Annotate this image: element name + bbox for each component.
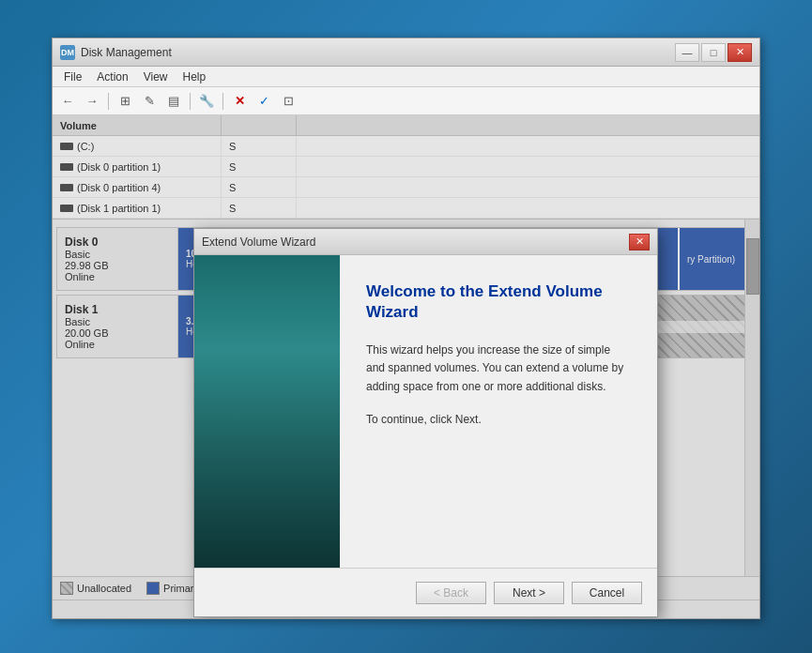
disk-icon — [60, 143, 73, 150]
legend-unalloc-box — [60, 582, 73, 595]
toolbar-sep3 — [222, 93, 223, 110]
toolbar-settings[interactable]: 🔧 — [195, 91, 218, 112]
toolbar-sep1 — [108, 93, 109, 110]
window-close-button[interactable]: ✕ — [728, 43, 752, 62]
disk-0-size: 29.98 GB — [65, 260, 170, 271]
vol-name-d0p1: (Disk 0 partition 1) — [53, 157, 222, 176]
vol-val-c: S — [222, 136, 297, 156]
toolbar: ← → ⊞ ✎ ▤ 🔧 ✕ ✓ ⊡ — [53, 87, 759, 115]
dialog-left-panel — [194, 255, 340, 568]
toolbar-disk-view[interactable]: ⊞ — [114, 91, 136, 112]
window-title: Disk Management — [81, 46, 675, 59]
dialog-title: Extend Volume Wizard — [202, 235, 629, 249]
disk-icon-2 — [60, 163, 73, 171]
toolbar-confirm[interactable]: ✓ — [253, 91, 275, 112]
toolbar-back[interactable]: ← — [56, 91, 79, 112]
menu-help[interactable]: Help — [176, 68, 214, 85]
dialog-title-bar: Extend Volume Wizard ✕ — [194, 229, 657, 255]
disk-1-type: Basic — [65, 316, 170, 327]
disk-icon-3 — [60, 184, 73, 191]
disk-1-name: Disk 1 — [65, 303, 170, 316]
content-area: Volume (C:) S (Disk 0 partition 1) S — [53, 115, 759, 618]
main-window: DM Disk Management — □ ✕ File Action Vie… — [52, 38, 760, 619]
vol-val-d1p1: S — [222, 198, 297, 218]
cancel-button[interactable]: Cancel — [572, 582, 642, 604]
menu-view[interactable]: View — [136, 68, 176, 85]
disk-1-status: Online — [65, 339, 170, 350]
volume-rows: (C:) S (Disk 0 partition 1) S (Disk 0 pa… — [53, 136, 759, 220]
menu-file[interactable]: File — [56, 68, 89, 85]
dialog-body-text-2: To continue, click Next. — [366, 411, 631, 429]
toolbar-view-options[interactable]: ⊡ — [277, 91, 299, 112]
disk-0-name: Disk 0 — [65, 235, 170, 249]
col-value — [222, 115, 297, 135]
menu-action[interactable]: Action — [89, 68, 135, 85]
dialog-close-button[interactable]: ✕ — [629, 234, 650, 251]
app-icon: DM — [60, 45, 75, 60]
maximize-button[interactable]: □ — [701, 43, 726, 62]
volume-row-c[interactable]: (C:) S — [53, 136, 759, 157]
volume-row-d0p4[interactable]: (Disk 0 partition 4) S — [53, 177, 759, 198]
disk-1-size: 20.00 GB — [65, 327, 170, 339]
scrollbar-thumb[interactable] — [746, 238, 759, 295]
volume-list-header: Volume — [53, 115, 759, 136]
next-button[interactable]: Next > — [494, 582, 564, 604]
disk-icon-4 — [60, 205, 73, 212]
disk-0-part-2[interactable]: ry Partition) — [680, 228, 755, 290]
extend-volume-dialog: Extend Volume Wizard ✕ Welcome to the Ex… — [193, 228, 658, 617]
legend-primary-box — [146, 582, 160, 595]
dialog-heading: Welcome to the Extend Volume Wizard — [366, 281, 631, 323]
toolbar-sep2 — [190, 93, 191, 110]
minimize-button[interactable]: — — [675, 43, 699, 62]
disk-1-label: Disk 1 Basic 20.00 GB Online — [56, 295, 178, 358]
dialog-right-panel: Welcome to the Extend Volume Wizard This… — [340, 255, 657, 568]
dialog-footer: < Back Next > Cancel — [194, 568, 657, 616]
volume-row-d0p1[interactable]: (Disk 0 partition 1) S — [53, 157, 759, 177]
vol-name-d1p1: (Disk 1 partition 1) — [53, 198, 222, 218]
vol-val-d0p4: S — [222, 177, 297, 197]
back-button[interactable]: < Back — [416, 582, 486, 604]
volume-row-d1p1[interactable]: (Disk 1 partition 1) S — [53, 198, 759, 219]
vol-val-d0p1: S — [222, 157, 297, 176]
disk-0-status: Online — [65, 271, 170, 282]
vol-name-d0p4: (Disk 0 partition 4) — [53, 177, 222, 197]
dialog-body-text-1: This wizard helps you increase the size … — [366, 342, 631, 396]
window-controls: — □ ✕ — [675, 43, 752, 62]
menu-bar: File Action View Help — [53, 67, 759, 87]
title-bar: DM Disk Management — □ ✕ — [53, 38, 759, 67]
disk-0-type: Basic — [65, 249, 170, 260]
vol-name-c: (C:) — [53, 136, 222, 156]
legend-unalloc-label: Unallocated — [77, 583, 131, 594]
dialog-body: Welcome to the Extend Volume Wizard This… — [194, 255, 657, 568]
col-volume: Volume — [53, 115, 222, 135]
toolbar-delete[interactable]: ✕ — [228, 91, 251, 112]
toolbar-forward[interactable]: → — [81, 91, 103, 112]
toolbar-edit[interactable]: ✎ — [138, 91, 161, 112]
disk-0-label: Disk 0 Basic 29.98 GB Online — [56, 227, 178, 291]
toolbar-list[interactable]: ▤ — [162, 91, 185, 112]
vertical-scrollbar[interactable] — [744, 220, 759, 576]
legend-unallocated: Unallocated — [60, 582, 131, 595]
